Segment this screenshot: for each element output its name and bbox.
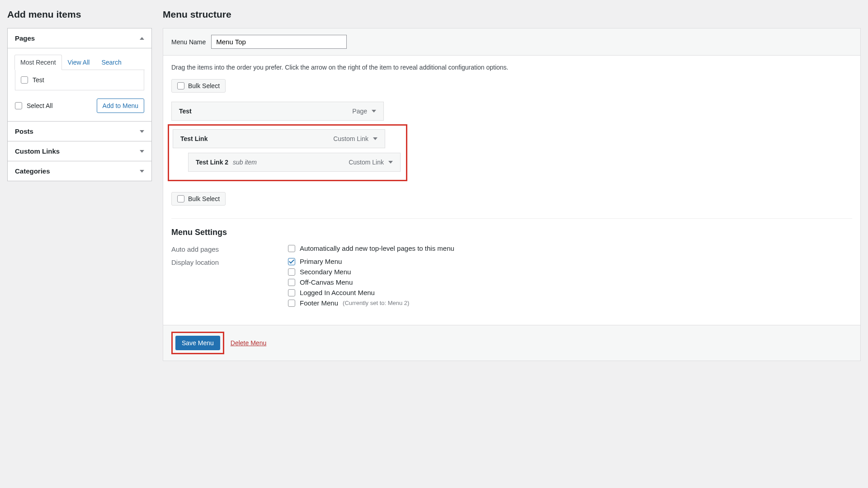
select-all-row[interactable]: Select All [15,100,53,111]
delete-menu-link[interactable]: Delete Menu [231,339,266,347]
custom-links-panel-label: Custom Links [15,147,60,155]
chevron-down-icon[interactable] [372,110,376,113]
bulk-select-bottom-checkbox[interactable] [177,195,184,202]
auto-add-pages-option[interactable]: Automatically add new top-level pages to… [288,244,454,252]
categories-panel-header[interactable]: Categories [8,161,151,181]
bulk-select-bottom-label: Bulk Select [188,195,220,202]
menu-name-row: Menu Name [163,28,860,56]
display-location-options: Primary Menu Secondary Menu Off-Canvas M… [288,258,409,310]
save-menu-highlight: Save Menu [171,332,224,354]
chevron-down-icon[interactable] [373,137,377,140]
bulk-select-top-checkbox[interactable] [177,82,184,89]
select-all-checkbox[interactable] [15,102,22,109]
location-footer-menu-checkbox[interactable] [288,300,295,307]
location-secondary-menu-checkbox[interactable] [288,268,295,276]
location-secondary-menu[interactable]: Secondary Menu [288,268,409,276]
menu-items-list: Test Page Test Link Custom Link [171,102,852,181]
location-offcanvas-menu[interactable]: Off-Canvas Menu [288,278,409,286]
chevron-down-icon[interactable] [388,161,393,164]
location-offcanvas-menu-label: Off-Canvas Menu [300,278,353,286]
menu-item-test-link-2[interactable]: Test Link 2 sub item Custom Link [188,153,401,172]
menu-item-test-type: Page [352,108,367,115]
menu-structure-title: Menu structure [163,9,861,20]
posts-panel-header[interactable]: Posts [8,121,151,141]
location-footer-menu[interactable]: Footer Menu (Currently set to: Menu 2) [288,299,409,307]
tab-search[interactable]: Search [95,55,127,70]
separator [171,218,852,219]
chevron-up-icon [140,37,144,40]
location-secondary-menu-label: Secondary Menu [300,268,351,276]
save-menu-button[interactable]: Save Menu [175,336,220,350]
location-footer-menu-note: (Currently set to: Menu 2) [343,300,409,306]
menu-item-test-link[interactable]: Test Link Custom Link [173,129,385,148]
auto-add-pages-option-label: Automatically add new top-level pages to… [300,244,454,252]
menu-items-accordion: Pages Most Recent View All Search Test [7,28,152,181]
menu-item-test-link-2-label: Test Link 2 [196,159,228,166]
chevron-down-icon [140,130,144,133]
chevron-down-icon [140,150,144,153]
auto-add-pages-label: Auto add pages [171,244,288,253]
pages-tabs: Most Recent View All Search [14,55,145,70]
menu-item-test-link-2-subnote: sub item [233,159,257,166]
menu-item-test-link-type: Custom Link [333,135,368,142]
page-item-test[interactable]: Test [21,75,138,85]
page-item-test-label: Test [33,76,44,84]
menu-name-input[interactable] [211,35,347,49]
bulk-select-top-label: Bulk Select [188,82,220,89]
menu-item-test[interactable]: Test Page [171,102,384,121]
add-menu-items-title: Add menu items [7,9,152,20]
bulk-select-bottom[interactable]: Bulk Select [171,192,226,206]
add-to-menu-button[interactable]: Add to Menu [97,99,144,113]
menu-footer: Save Menu Delete Menu [163,325,860,361]
location-footer-menu-label: Footer Menu [300,299,338,307]
bulk-select-top[interactable]: Bulk Select [171,79,226,93]
display-location-label: Display location [171,258,288,266]
location-primary-menu-checkbox[interactable] [288,258,295,265]
location-primary-menu[interactable]: Primary Menu [288,258,409,265]
menu-instructions: Drag the items into the order you prefer… [171,64,852,71]
custom-links-panel-header[interactable]: Custom Links [8,141,151,161]
menu-name-label: Menu Name [171,38,206,46]
page-item-test-checkbox[interactable] [21,76,28,84]
tab-most-recent[interactable]: Most Recent [14,55,62,70]
pages-panel-body: Most Recent View All Search Test Select … [8,48,151,121]
select-all-label: Select All [27,102,53,109]
menu-item-test-label: Test [179,108,192,115]
pages-panel-label: Pages [15,34,35,42]
menu-item-test-link-label: Test Link [180,135,208,142]
menu-settings-heading: Menu Settings [171,228,852,237]
highlighted-menu-items: Test Link Custom Link Test Link 2 sub it… [168,124,407,181]
location-primary-menu-label: Primary Menu [300,258,342,265]
posts-panel-label: Posts [15,127,33,135]
location-logged-in-menu[interactable]: Logged In Account Menu [288,289,409,296]
menu-item-test-link-2-type: Custom Link [349,159,384,166]
auto-add-pages-checkbox[interactable] [288,245,295,252]
location-offcanvas-menu-checkbox[interactable] [288,279,295,286]
pages-panel-header[interactable]: Pages [8,28,151,48]
categories-panel-label: Categories [15,167,50,175]
menu-structure-frame: Menu Name Drag the items into the order … [163,28,861,361]
location-logged-in-menu-label: Logged In Account Menu [300,289,375,296]
chevron-down-icon [140,170,144,173]
pages-list: Test [15,70,144,90]
location-logged-in-menu-checkbox[interactable] [288,289,295,296]
tab-view-all[interactable]: View All [62,55,96,70]
